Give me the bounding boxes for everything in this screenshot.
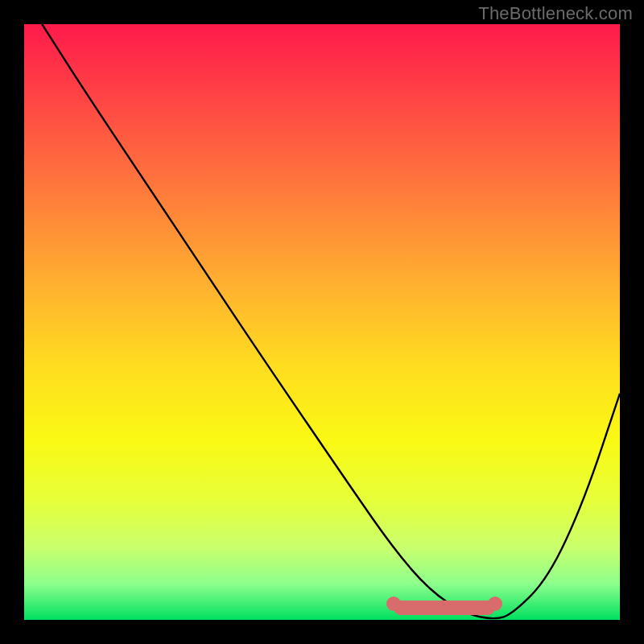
- bottleneck-curve: [24, 24, 620, 620]
- chart-frame: TheBottleneck.com: [0, 0, 644, 644]
- optimal-range-start: [386, 597, 401, 611]
- optimal-range-end: [488, 597, 502, 611]
- optimal-range-band: [394, 601, 495, 615]
- watermark-text: TheBottleneck.com: [478, 3, 633, 24]
